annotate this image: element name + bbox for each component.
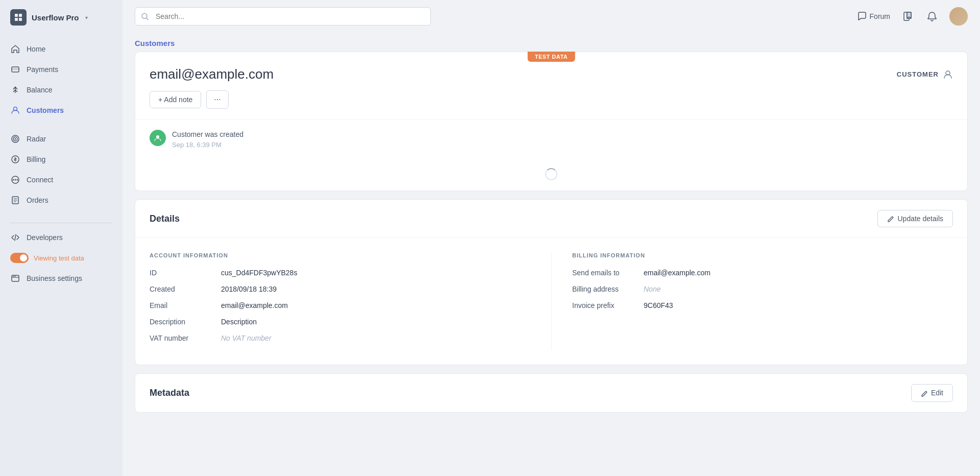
metadata-header: Metadata Edit bbox=[135, 374, 967, 412]
svg-rect-0 bbox=[15, 14, 18, 17]
add-note-label: + Add note bbox=[158, 96, 192, 104]
vat-label: VAT number bbox=[150, 334, 221, 342]
sidebar-item-billing[interactable]: Billing bbox=[0, 149, 122, 170]
search-input[interactable] bbox=[135, 7, 431, 26]
details-header: Details Update details bbox=[135, 200, 967, 238]
sidebar-item-business-settings[interactable]: Business settings bbox=[0, 268, 122, 289]
sidebar-item-balance[interactable]: Balance bbox=[0, 80, 122, 100]
brand-logo bbox=[10, 9, 27, 26]
brand-chevron-icon: ▾ bbox=[85, 15, 88, 20]
metadata-card: Metadata Edit bbox=[135, 373, 968, 412]
developers-icon bbox=[10, 232, 20, 243]
send-emails-label: Send emails to bbox=[572, 269, 644, 277]
forum-link[interactable]: Forum bbox=[857, 12, 890, 21]
detail-created-row: Created 2018/09/18 18:39 bbox=[150, 285, 531, 293]
more-options-button[interactable]: ··· bbox=[206, 90, 228, 109]
sidebar-item-label-balance: Balance bbox=[27, 86, 53, 94]
sidebar-item-developers[interactable]: Developers bbox=[0, 227, 122, 248]
customer-actions: + Add note ··· bbox=[135, 90, 967, 119]
svg-point-17 bbox=[13, 276, 14, 277]
radar-icon bbox=[10, 134, 20, 144]
invoice-prefix-label: Invoice prefix bbox=[572, 301, 644, 310]
bookmark-icon[interactable] bbox=[900, 9, 915, 23]
user-avatar[interactable] bbox=[949, 7, 968, 26]
balance-icon bbox=[10, 85, 20, 95]
billing-info-col: BILLING INFORMATION Send emails to email… bbox=[551, 252, 953, 350]
update-details-button[interactable]: Update details bbox=[877, 210, 953, 227]
billing-address-value: None bbox=[644, 285, 660, 293]
customer-card: TEST DATA email@example.com CUSTOMER + A… bbox=[135, 52, 968, 191]
activity-content: Customer was created Sep 18, 6:39 PM bbox=[172, 130, 243, 149]
detail-send-emails-row: Send emails to email@example.com bbox=[572, 269, 953, 277]
notifications-bell-icon[interactable] bbox=[925, 9, 939, 23]
sidebar-item-radar[interactable]: Radar bbox=[0, 129, 122, 149]
detail-description-row: Description Description bbox=[150, 318, 531, 326]
details-title: Details bbox=[150, 213, 180, 224]
billing-section-title: BILLING INFORMATION bbox=[572, 252, 953, 258]
pencil-icon bbox=[887, 215, 894, 223]
loading-spinner bbox=[545, 168, 557, 180]
id-label: ID bbox=[150, 269, 221, 277]
breadcrumb-label: Customers bbox=[135, 39, 175, 47]
search-box bbox=[135, 7, 431, 26]
sidebar-brand[interactable]: Userflow Pro ▾ bbox=[0, 0, 122, 35]
sidebar-nav: Home Payments Balance bbox=[0, 35, 122, 476]
billing-icon bbox=[10, 154, 20, 164]
details-body: ACCOUNT INFORMATION ID cus_Dd4FDF3pwYB28… bbox=[135, 238, 967, 365]
account-info-col: ACCOUNT INFORMATION ID cus_Dd4FDF3pwYB28… bbox=[150, 252, 551, 350]
update-details-label: Update details bbox=[897, 215, 943, 223]
edit-pencil-icon bbox=[921, 389, 928, 397]
detail-vat-row: VAT number No VAT number bbox=[150, 334, 531, 342]
description-value: Description bbox=[221, 318, 257, 326]
connect-icon bbox=[10, 175, 20, 185]
sidebar-item-connect[interactable]: Connect bbox=[0, 170, 122, 190]
sidebar-item-orders[interactable]: Orders bbox=[0, 190, 122, 210]
svg-point-13 bbox=[15, 179, 16, 181]
detail-email-row: Email email@example.com bbox=[150, 301, 531, 310]
forum-label: Forum bbox=[870, 12, 890, 20]
topbar: Forum bbox=[122, 0, 980, 33]
sidebar-item-label-orders: Orders bbox=[27, 196, 48, 204]
customer-email: email@example.com bbox=[150, 66, 274, 82]
sidebar-item-home[interactable]: Home bbox=[0, 39, 122, 59]
activity-item: Customer was created Sep 18, 6:39 PM bbox=[150, 130, 953, 149]
activity-avatar bbox=[150, 130, 166, 146]
test-data-label: Viewing test data bbox=[34, 254, 84, 262]
more-options-icon: ··· bbox=[214, 95, 220, 104]
detail-invoice-prefix-row: Invoice prefix 9C60F43 bbox=[572, 301, 953, 310]
description-label: Description bbox=[150, 318, 221, 326]
svg-rect-2 bbox=[15, 18, 18, 21]
detail-id-row: ID cus_Dd4FDF3pwYB28s bbox=[150, 269, 531, 277]
send-emails-value: email@example.com bbox=[644, 269, 710, 277]
edit-metadata-button[interactable]: Edit bbox=[911, 384, 953, 401]
breadcrumb: Customers bbox=[135, 33, 968, 52]
edit-label: Edit bbox=[931, 389, 943, 397]
test-data-toggle[interactable] bbox=[10, 253, 29, 263]
svg-rect-1 bbox=[19, 14, 22, 17]
sidebar-item-label-payments: Payments bbox=[27, 65, 58, 74]
sidebar-item-label-connect: Connect bbox=[27, 176, 53, 184]
vat-value: No VAT number bbox=[221, 334, 272, 342]
test-data-toggle-row[interactable]: Viewing test data bbox=[0, 248, 122, 268]
payments-icon bbox=[10, 64, 20, 75]
sidebar-item-label-billing: Billing bbox=[27, 155, 45, 163]
orders-icon bbox=[10, 195, 20, 205]
sidebar-item-label-developers: Developers bbox=[27, 233, 63, 242]
page-content: Customers TEST DATA email@example.com CU… bbox=[122, 33, 980, 476]
customer-type-icon bbox=[943, 69, 953, 80]
sidebar-item-label-radar: Radar bbox=[27, 135, 46, 143]
sidebar-item-customers[interactable]: Customers bbox=[0, 100, 122, 121]
invoice-prefix-value: 9C60F43 bbox=[644, 301, 673, 310]
metadata-title: Metadata bbox=[150, 388, 189, 398]
activity-event-text: Customer was created bbox=[172, 130, 243, 140]
sidebar-item-payments[interactable]: Payments bbox=[0, 59, 122, 80]
home-icon bbox=[10, 44, 20, 54]
add-note-button[interactable]: + Add note bbox=[150, 91, 201, 108]
activity-event-time: Sep 18, 6:39 PM bbox=[172, 141, 243, 149]
activity-section: Customer was created Sep 18, 6:39 PM bbox=[135, 119, 967, 191]
customer-type-label: CUSTOMER bbox=[897, 70, 939, 78]
billing-address-label: Billing address bbox=[572, 285, 644, 293]
brand-name: Userflow Pro bbox=[32, 13, 79, 22]
customers-icon bbox=[10, 105, 20, 115]
search-icon bbox=[141, 12, 149, 20]
